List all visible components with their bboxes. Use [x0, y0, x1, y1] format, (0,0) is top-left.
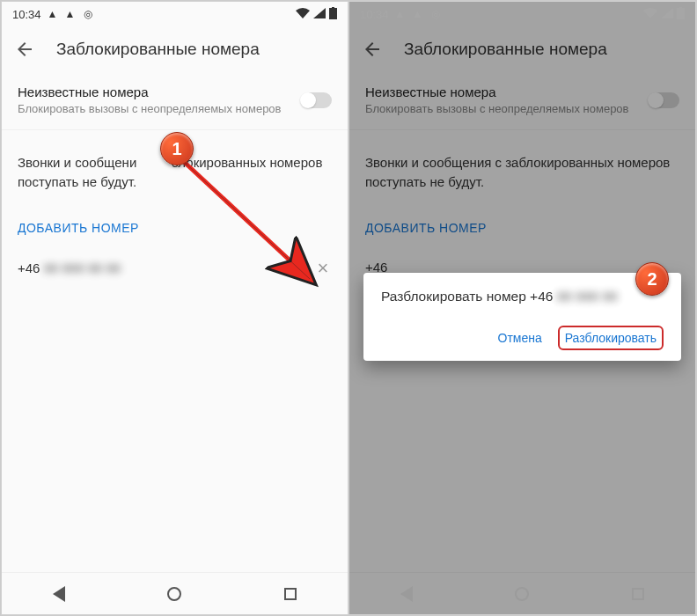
setting-subtitle: Блокировать вызовы с неопределяемых номе…	[18, 102, 302, 117]
setting-title: Неизвестные номера	[365, 84, 649, 99]
status-bar: 10:34 ▲ ▲ ◎	[349, 2, 695, 26]
unknown-toggle	[649, 92, 679, 108]
page-title: Заблокированные номера	[404, 40, 607, 59]
step-badge-1: 1	[160, 132, 194, 165]
svg-rect-0	[329, 8, 337, 19]
warning-icon: ▲	[412, 8, 424, 20]
setting-subtitle: Блокировать вызовы с неопределяемых номе…	[365, 102, 649, 117]
app-header: Заблокированные номера	[2, 26, 348, 72]
blocked-number-row: +46 00 000 00 00 ×	[2, 247, 348, 290]
unblock-button[interactable]: Разблокировать	[558, 326, 664, 350]
info-text: Звонки и сообщения с заблокированных ном…	[349, 130, 695, 209]
status-bar: 10:34 ▲ ▲ ◎	[2, 2, 348, 26]
phone-number: +46 00 000 00 00	[18, 260, 121, 275]
svg-rect-5	[679, 7, 682, 8]
nav-home-icon[interactable]	[167, 587, 181, 601]
nav-home-icon[interactable]	[515, 587, 529, 601]
dialog-message: Разблокировать номер +46 00 000 00	[381, 289, 664, 304]
screen-right: 10:34 ▲ ▲ ◎ Заблокированные номера Неизв…	[348, 1, 696, 615]
warning-icon: ▲	[47, 8, 59, 20]
add-number-button[interactable]: ДОБАВИТЬ НОМЕР	[2, 209, 348, 247]
wifi-icon	[643, 8, 657, 21]
add-number-button: ДОБАВИТЬ НОМЕР	[349, 209, 695, 247]
wifi-icon	[296, 8, 310, 21]
signal-icon	[661, 8, 673, 21]
status-time: 10:34	[360, 8, 389, 21]
svg-rect-4	[677, 8, 685, 19]
battery-icon	[329, 7, 337, 22]
warning-icon: ▲	[394, 8, 407, 20]
nav-back-icon[interactable]	[400, 586, 413, 602]
status-time: 10:34	[12, 8, 41, 21]
nav-recent-icon[interactable]	[284, 588, 297, 600]
nav-bar	[349, 572, 695, 614]
nav-bar	[2, 572, 348, 614]
sync-icon: ◎	[82, 8, 94, 20]
unknown-numbers-setting[interactable]: Неизвестные номера Блокировать вызовы с …	[2, 72, 348, 130]
back-arrow-icon[interactable]	[14, 39, 35, 60]
cancel-button[interactable]: Отмена	[489, 324, 551, 352]
sync-icon: ◎	[429, 8, 442, 20]
battery-icon	[677, 7, 685, 22]
app-header: Заблокированные номера	[349, 26, 695, 72]
setting-title: Неизвестные номера	[18, 84, 302, 99]
nav-back-icon[interactable]	[53, 586, 65, 602]
remove-number-icon[interactable]: ×	[314, 260, 332, 277]
page-title: Заблокированные номера	[56, 40, 260, 59]
nav-recent-icon[interactable]	[632, 588, 644, 600]
warning-icon: ▲	[64, 8, 77, 20]
unknown-numbers-setting: Неизвестные номера Блокировать вызовы с …	[349, 72, 695, 130]
signal-icon	[313, 8, 326, 21]
unblock-dialog: Разблокировать номер +46 00 000 00 Отмен…	[363, 273, 681, 361]
svg-rect-1	[332, 7, 334, 8]
step-badge-2: 2	[635, 262, 669, 296]
screen-left: 10:34 ▲ ▲ ◎ Заблокированные номера Неизв…	[1, 1, 348, 615]
unknown-toggle[interactable]	[302, 92, 332, 108]
back-arrow-icon[interactable]	[362, 39, 383, 60]
